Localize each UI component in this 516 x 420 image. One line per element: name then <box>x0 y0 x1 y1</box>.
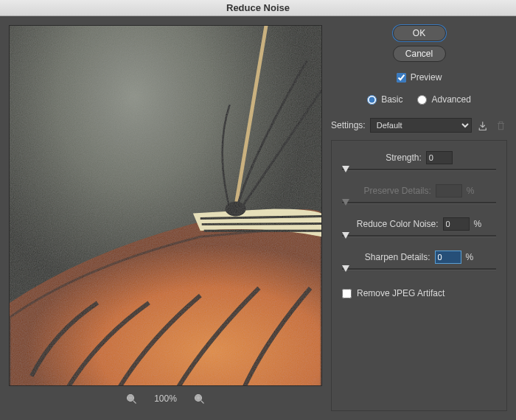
advanced-radio-label: Advanced <box>431 94 470 105</box>
preserve-details-unit: % <box>467 186 475 196</box>
basic-radio[interactable] <box>367 95 377 105</box>
svg-line-6 <box>201 400 204 403</box>
preview-image-box[interactable] <box>9 25 322 386</box>
zoom-in-icon[interactable] <box>193 392 206 405</box>
ok-button[interactable]: OK <box>393 25 446 41</box>
zoom-bar: 100% <box>9 386 322 411</box>
remove-jpeg-checkbox[interactable] <box>342 289 352 298</box>
color-noise-input[interactable] <box>443 217 470 231</box>
color-noise-slider[interactable] <box>342 233 496 243</box>
sharpen-input[interactable] <box>435 251 461 264</box>
advanced-radio-wrap[interactable]: Advanced <box>417 94 470 105</box>
advanced-radio[interactable] <box>417 95 427 105</box>
settings-select[interactable]: Default <box>370 118 472 133</box>
preview-checkbox-label: Preview <box>411 72 442 83</box>
dialog-title: Reduce Noise <box>0 0 516 16</box>
color-noise-unit: % <box>474 219 482 229</box>
color-noise-label: Reduce Color Noise: <box>357 219 439 229</box>
basic-radio-label: Basic <box>381 94 402 105</box>
sharpen-param: Sharpen Details: % <box>342 251 496 276</box>
zoom-out-icon[interactable] <box>125 392 138 405</box>
params-panel: Strength: Preserve Details: % Reduce Col… <box>331 140 507 411</box>
preview-image <box>10 26 321 385</box>
settings-label: Settings: <box>331 120 366 130</box>
strength-label: Strength: <box>386 153 422 163</box>
preview-checkbox[interactable] <box>397 73 406 83</box>
strength-input[interactable] <box>426 151 453 164</box>
preserve-details-label: Preserve Details: <box>363 186 430 196</box>
sharpen-label: Sharpen Details: <box>365 252 430 262</box>
svg-point-1 <box>226 202 246 217</box>
controls-column: OK Cancel Preview Basic Advanced Setting… <box>331 25 507 411</box>
preserve-details-input <box>436 184 462 197</box>
sharpen-slider[interactable] <box>342 266 496 276</box>
dialog-body: 100% OK Cancel Preview Basic Advanced <box>0 16 516 420</box>
strength-slider[interactable] <box>342 167 496 177</box>
remove-jpeg-label: Remove JPEG Artifact <box>357 288 444 298</box>
delete-preset-icon <box>494 119 507 132</box>
zoom-level: 100% <box>154 393 177 404</box>
strength-param: Strength: <box>342 151 496 177</box>
preserve-details-param: Preserve Details: % <box>342 184 496 210</box>
color-noise-param: Reduce Color Noise: % <box>342 217 496 243</box>
save-preset-icon[interactable] <box>476 119 489 132</box>
svg-line-3 <box>133 400 136 403</box>
cancel-button[interactable]: Cancel <box>393 46 446 62</box>
basic-radio-wrap[interactable]: Basic <box>367 94 402 105</box>
preview-column: 100% <box>9 25 322 411</box>
sharpen-unit: % <box>466 252 474 262</box>
preserve-details-slider <box>342 200 496 210</box>
